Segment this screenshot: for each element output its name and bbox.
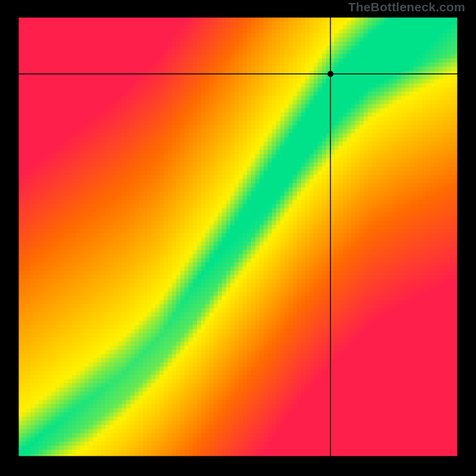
watermark-label: TheBottleneck.com bbox=[348, 0, 465, 14]
bottleneck-heatmap bbox=[18, 17, 458, 457]
